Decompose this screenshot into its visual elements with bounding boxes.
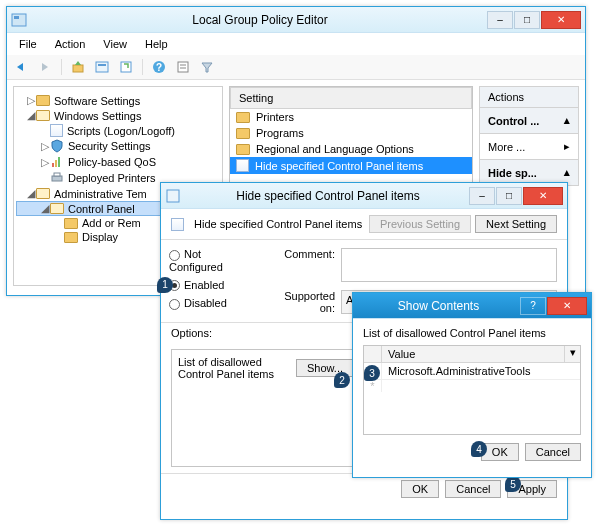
min-button[interactable]: – [469,187,495,205]
list-label: List of disallowed Control Panel items [178,356,290,380]
setting-row-selected[interactable]: Hide specified Control Panel items [230,157,472,174]
expand-icon[interactable]: ◢ [26,187,36,200]
help-button[interactable]: ? [520,297,546,315]
value-grid[interactable]: Value ▾ ▸ 3 Microsoft.AdministrativeTool… [363,345,581,435]
arrow-icon: ▴ [564,114,570,127]
value-col-header[interactable]: Value [382,346,564,362]
script-icon [50,124,63,137]
action-label: More ... [488,141,525,153]
row-indicator-icon: ▸ 3 [364,363,382,379]
expand-icon[interactable]: ◢ [26,109,36,122]
tree-item[interactable]: ◢Windows Settings [16,108,220,123]
comment-label: Comment: [271,248,335,282]
supported-label: Supported on: [271,290,335,314]
svg-rect-0 [12,14,26,26]
annotation-2: 2 [334,372,350,388]
svg-rect-8 [178,62,188,72]
action-label: Hide sp... [488,167,537,179]
tree-label: Administrative Tem [54,188,147,200]
setting-label: Hide specified Control Panel items [255,160,423,172]
tree-item[interactable]: Scripts (Logon/Logoff) [16,123,220,138]
expand-icon[interactable]: ▷ [40,156,50,169]
value-cell[interactable]: Microsoft.AdministrativeTools [382,363,580,379]
radio-not-configured[interactable]: Not Configured [169,248,253,273]
svg-rect-16 [167,190,179,202]
annotation-3: 3 [364,365,380,381]
back-button[interactable] [11,58,31,76]
refresh-button[interactable] [116,58,136,76]
tree-item[interactable]: ▷Security Settings [16,138,220,154]
tree-item[interactable]: ▷Software Settings [16,93,220,108]
setting-label: Programs [256,127,304,139]
settings-header[interactable]: Setting [230,87,472,109]
empty-cell[interactable] [382,380,580,392]
new-row-icon[interactable]: * [364,380,382,392]
policy-icon [165,188,181,204]
annotation-1: 1 [157,277,173,293]
menu-file[interactable]: File [11,35,45,53]
menubar: File Action View Help [7,33,585,55]
svg-rect-14 [52,176,62,181]
help-button[interactable]: ? [149,58,169,76]
ok-button[interactable]: OK [401,480,439,498]
dialog-title: Hide specified Control Panel items [187,189,469,203]
close-button[interactable]: ✕ [541,11,581,29]
next-setting-button[interactable]: Next Setting [475,215,557,233]
tree-item[interactable]: ▷Policy-based QoS [16,154,220,170]
window-title: Local Group Policy Editor [33,13,487,27]
radio-enabled[interactable]: Enabled 1 [169,279,253,292]
qos-icon [50,155,64,169]
forward-button[interactable] [35,58,55,76]
arrow-icon: ▸ [564,140,570,153]
comment-input[interactable] [341,248,557,282]
cancel-button[interactable]: Cancel [525,443,581,461]
up-button[interactable] [68,58,88,76]
dialog-titlebar: Hide specified Control Panel items – □ ✕ [161,183,567,209]
expand-icon[interactable]: ▷ [26,94,36,107]
svg-text:?: ? [156,62,162,73]
svg-rect-13 [58,157,60,167]
close-button[interactable]: ✕ [547,297,587,315]
tree-label: Deployed Printers [68,172,155,184]
menu-help[interactable]: Help [137,35,176,53]
dropdown-icon[interactable]: ▾ [564,346,580,362]
svg-rect-2 [73,65,83,72]
policy-icon [171,218,184,231]
list-button[interactable] [173,58,193,76]
policy-icon [236,159,249,172]
dialog-subtitle: Hide specified Control Panel items [194,218,362,230]
show-contents-dialog: Show Contents ? ✕ List of disallowed Con… [352,292,592,478]
show-titlebar: Show Contents ? ✕ [353,293,591,319]
annotation-4: 4 [471,441,487,457]
prop-button[interactable] [92,58,112,76]
max-button[interactable]: □ [496,187,522,205]
prev-setting-button[interactable]: Previous Setting [369,215,471,233]
radio-disabled[interactable]: Disabled [169,297,253,310]
tree-label: Software Settings [54,95,140,107]
setting-row[interactable]: Regional and Language Options [230,141,472,157]
setting-row[interactable]: Programs [230,125,472,141]
setting-label: Printers [256,111,294,123]
radio-label: Enabled [184,279,224,291]
action-item[interactable]: More ...▸ [479,134,579,160]
svg-rect-12 [55,160,57,167]
tree-label: Security Settings [68,140,151,152]
menu-action[interactable]: Action [47,35,94,53]
setting-row[interactable]: Printers [230,109,472,125]
tree-label: Control Panel [68,203,135,215]
expand-icon[interactable]: ◢ [40,202,50,215]
show-label: List of disallowed Control Panel items [363,327,581,339]
options-box: List of disallowed Control Panel items S… [171,349,361,467]
menu-view[interactable]: View [95,35,135,53]
arrow-icon: ▴ [564,166,570,179]
filter-button[interactable] [197,58,217,76]
expand-icon[interactable]: ▷ [40,140,50,153]
printer-icon [50,171,64,185]
actions-header: Actions [479,86,579,108]
action-group[interactable]: Control ...▴ [479,108,579,134]
svg-rect-11 [52,163,54,167]
max-button[interactable]: □ [514,11,540,29]
cancel-button[interactable]: Cancel [445,480,501,498]
close-button[interactable]: ✕ [523,187,563,205]
min-button[interactable]: – [487,11,513,29]
